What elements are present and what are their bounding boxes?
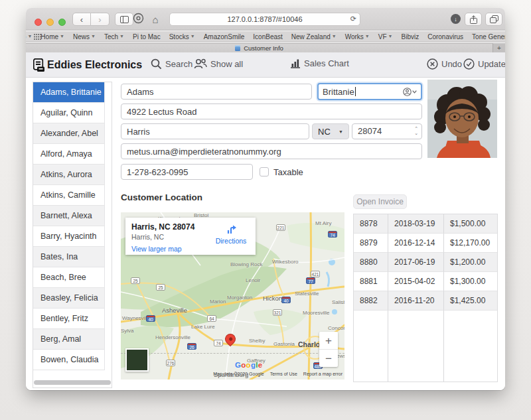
invoice-date: 2015-04-02 [388,272,444,291]
update-button[interactable]: Update [463,58,505,70]
bookmark-iconbeast[interactable]: IconBeast [253,33,282,40]
favorites-grid-icon[interactable] [34,34,41,40]
customer-list-item[interactable]: Berg, Amal [33,329,105,350]
bookmark-tech[interactable]: Tech▼ [104,33,124,40]
satellite-toggle[interactable] [125,348,149,372]
invoice-amount: $1,300.00 [444,272,497,291]
tab-customer-info[interactable]: Customer Info [26,43,493,52]
first-name-field[interactable]: Brittanie [317,83,422,100]
taxable-checkbox[interactable] [260,167,269,176]
new-tab-button[interactable]: + [493,43,505,52]
customer-list: Adams, Brittanie Aguilar, Quinn Alexande… [33,82,112,388]
sales-chart-button[interactable]: Sales Chart [290,58,349,68]
zoom-window-button[interactable] [58,19,66,26]
customer-list-item[interactable]: Beach, Bree [33,267,105,288]
customer-list-item[interactable]: Adams, Brittanie [33,82,105,103]
chevron-down-icon: ▼ [365,34,370,38]
state-select[interactable]: NC ▼ [312,123,349,139]
view-larger-map-link[interactable]: View larger map [131,245,250,253]
forward-button[interactable]: › [91,13,110,26]
chevron-down-icon: ▼ [388,34,393,38]
route-shield: 25 [131,277,140,284]
invoice-id: 8879 [354,234,388,253]
city-field[interactable] [121,123,309,139]
customer-list-item[interactable]: Barnett, Alexa [33,206,105,226]
report-map-error-link[interactable]: Report a map error [303,372,342,376]
show-all-button[interactable]: Show all [194,58,243,69]
zoom-out-button[interactable]: − [319,350,338,367]
directions-icon [225,224,237,236]
invoice-row-empty [354,311,497,382]
undo-button[interactable]: Undo [427,58,462,70]
downloads-button[interactable]: ↓ [451,14,461,24]
customer-location-map[interactable]: Kingsport Bristol Mt Airy Blowing Rock W… [121,212,344,380]
customer-list-item[interactable]: Beasley, Felicia [33,288,105,309]
customer-list-item[interactable]: Barry, Hyacinth [33,226,105,247]
back-button[interactable]: ‹ [72,13,91,26]
bookmark-coronavirus[interactable]: Coronavirus [427,33,463,40]
customer-list-item[interactable]: Bentley, Fritz [33,309,105,329]
invoice-amount: $1,200.00 [444,253,497,272]
chevron-down-icon: ▼ [190,34,195,38]
email-field[interactable] [121,143,422,159]
last-name-field[interactable] [121,84,312,100]
customer-list-item[interactable]: Alexander, Abel [33,123,105,144]
app-header: Eddies Electronics Search Show all Sales… [26,52,505,78]
zoom-in-button[interactable]: + [319,332,338,350]
autofill-contact-icon[interactable] [403,88,417,96]
customer-photo [427,80,497,158]
customer-list-item[interactable]: Atkins, Aurora [33,165,105,185]
invoice-row[interactable]: 88802017-06-19$1,200.00 [354,253,497,272]
phone-field[interactable] [121,164,253,180]
minimize-window-button[interactable] [46,19,54,26]
search-button[interactable]: Search [151,58,192,70]
customer-list-item[interactable]: Bates, Ina [33,247,105,267]
bookmark-pi-to-mac[interactable]: Pi to Mac [133,33,161,40]
address-field[interactable] [121,104,422,119]
map-zoom-controls: + − [319,332,338,367]
invoice-row[interactable]: 88792016-12-14$12,170.00 [354,234,497,253]
eddies-electronics-logo-icon [33,58,45,72]
map-data-text: Map data ©2020 Google [213,372,264,376]
bookmark-home[interactable]: Home▼ [40,33,64,40]
bookmark-tone-generator[interactable]: Tone Generator [472,33,505,40]
url-text: 127.0.0.1:8787/#10046 [227,15,302,23]
terms-of-use-link[interactable]: Terms of Use [270,372,297,376]
invoice-amount: $1,500.00 [444,214,497,234]
bookmark-new-zealand[interactable]: New Zealand▼ [291,33,337,40]
invoice-row[interactable]: 88782018-03-19$1,500.00 [354,214,497,234]
route-shield: 64 [207,315,216,322]
browser-toolbar: ‹ › ⌂ 127.0.0.1:8787/#10046 ⟳ ↓ [26,8,505,31]
home-button[interactable]: ⌂ [148,12,163,27]
customer-list-item[interactable]: Alford, Amaya [33,144,105,165]
invoice-row[interactable]: 88822016-11-20$1,425.00 [354,291,497,311]
directions-link[interactable]: Directions [213,224,249,245]
customer-list-item[interactable]: Aguilar, Quinn [33,103,105,123]
bookmark-xojo[interactable]: Xojo▼ [26,33,32,40]
bookmark-bibviz[interactable]: Bibviz [402,33,419,40]
reload-icon[interactable]: ⟳ [350,15,356,23]
brand-title: Eddies Electronics [47,59,142,71]
customer-list-item[interactable]: Atkins, Camille [33,185,105,206]
stepper-icon[interactable]: ⌃⌄ [414,126,418,135]
bookmark-stocks[interactable]: Stocks▼ [169,33,195,40]
extension-button[interactable] [131,13,145,26]
open-invoice-button[interactable]: Open Invoice [353,194,407,209]
address-bar[interactable]: 127.0.0.1:8787/#10046 ⟳ [169,13,360,26]
bookmark-amazonsmile[interactable]: AmazonSmile [204,33,245,40]
share-button[interactable] [465,13,482,26]
tab-overview-button[interactable] [485,13,502,26]
horizontal-scrollbar[interactable] [34,380,111,385]
close-window-button[interactable] [35,19,42,26]
customer-list-item[interactable]: Bowen, Claudia [33,350,105,370]
bookmark-vf[interactable]: VF▼ [378,33,393,40]
invoice-id: 8880 [354,253,388,272]
chevron-down-icon: ▼ [27,34,32,38]
chevron-down-icon: ▼ [60,34,64,38]
page-content: Adams, Brittanie Aguilar, Quinn Alexande… [26,78,505,390]
zip-field[interactable]: 28074 ⌃⌄ [352,123,422,139]
bookmark-works[interactable]: Works▼ [345,33,370,40]
invoice-row[interactable]: 88812015-04-02$1,300.00 [354,272,497,291]
bookmark-news[interactable]: News▼ [73,33,96,40]
route-shield: 26 [187,343,196,350]
